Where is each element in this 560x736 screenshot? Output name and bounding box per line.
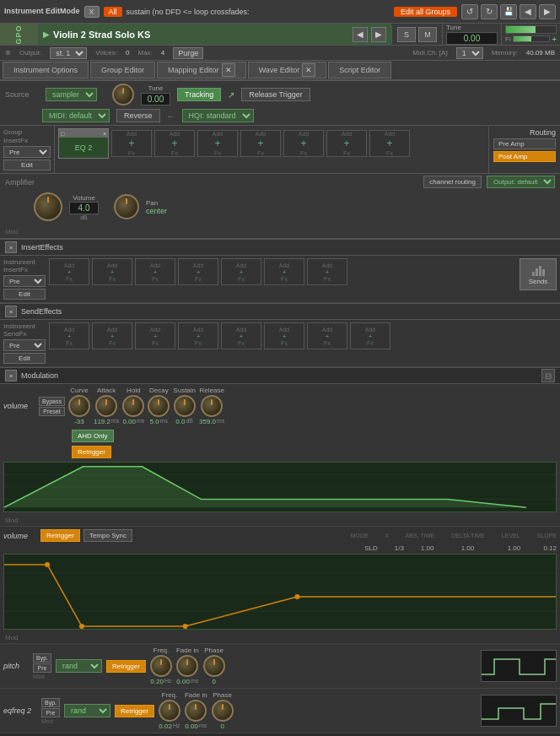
prev-icon[interactable]: ◀ [520,4,536,19]
tab-wave-editor[interactable]: Wave Editor ✕ [248,62,327,78]
inst-insertfx-slot-2[interactable]: Add+Fx [92,258,132,285]
purge-button[interactable]: Purge [173,47,203,59]
source-sampler-select[interactable]: sampler [46,88,97,101]
inst-sendfx-slot-8[interactable]: Add+Fx [350,322,390,349]
modulation-close[interactable]: × [5,370,17,382]
inst-sendfx-slot-1[interactable]: Add+Fx [49,322,89,349]
inst-sendfx-slot-2[interactable]: Add+Fx [92,322,132,349]
group-add-fx-2[interactable]: Add + Fx [154,130,195,157]
pitch-pre-button[interactable]: Pre [33,663,51,673]
inst-sendfx-slot-5[interactable]: Add+Fx [221,322,261,349]
curve-knob[interactable] [68,395,90,417]
post-amp-button[interactable]: Post Amp [493,151,556,162]
close-button[interactable]: X [84,6,100,18]
inst-insertfx-slot-1[interactable]: Add+Fx [49,258,89,285]
output-select[interactable]: st. 1 [50,47,87,59]
attack-knob[interactable] [95,395,117,417]
release-knob[interactable] [201,395,223,417]
next-icon[interactable]: ▶ [539,4,556,19]
eqfreq-freq-knob[interactable] [159,700,180,722]
midi-default-select[interactable]: MIDI: default [42,109,110,122]
eq2-close-icon[interactable]: × [103,131,106,137]
tab-group-editor[interactable]: Group Editor [90,62,155,78]
pitch-fadein-knob[interactable] [176,655,198,677]
midi-ch-select[interactable]: 1 [456,47,483,59]
inst-sendfx-pre-select[interactable]: Pre [3,339,46,351]
inst-insertfx-edit-button[interactable]: Edit [3,289,46,300]
pitch-retrigger-button[interactable]: Retrigger [106,660,146,673]
pan-knob[interactable] [114,194,139,219]
eqfreq-pre-button[interactable]: Pre [41,708,60,717]
instrument-prev-button[interactable]: ◀ [353,27,368,42]
eqfreq-retrigger-button[interactable]: Retrigger [115,705,154,717]
instrument-next-button[interactable]: ▶ [371,27,386,42]
undo-icon[interactable]: ↺ [461,4,478,19]
hqi-select[interactable]: HQI: standard [182,109,254,122]
output-default-select[interactable]: Output: default [487,176,555,188]
solo-button[interactable]: S [397,27,416,42]
add-fx-plus-4[interactable]: + [257,138,263,149]
inst-insertfx-pre-select[interactable]: Pre [3,275,46,287]
modulation-collapse-button[interactable]: ⊟ [541,369,555,382]
add-fx-plus-7[interactable]: + [386,138,392,149]
pre-amp-button[interactable]: Pre Amp [493,138,556,149]
mute-button[interactable]: M [418,27,437,42]
tab-mapping-editor[interactable]: Mapping Editor ✕ [157,62,246,78]
sustain-knob[interactable] [174,395,196,417]
group-add-fx-6[interactable]: Add + Fx [326,130,367,157]
send-effects-close[interactable]: × [5,306,17,317]
group-add-fx-7[interactable]: Add + Fx [369,130,410,157]
expand-icon[interactable]: ▶ [43,30,50,39]
pitch-type-select[interactable]: rand [56,659,102,673]
group-add-fx-1[interactable]: Add + Fx [111,130,152,157]
edit-all-groups-button[interactable]: Edit all Groups [394,7,457,17]
inst-sendfx-edit-button[interactable]: Edit [3,353,46,364]
inst-insertfx-slot-7[interactable]: Add+Fx [307,258,347,285]
save-icon[interactable]: 💾 [500,4,517,19]
volume-knob[interactable] [34,192,62,221]
add-fx-plus-1[interactable]: + [128,138,134,149]
reverse-button[interactable]: Reverse [116,109,160,122]
eqfreq-fadein-knob[interactable] [185,700,207,722]
inst-insertfx-slot-4[interactable]: Add+Fx [178,258,218,285]
pitch-bypass-button[interactable]: Byp. [33,653,51,663]
add-fx-plus-2[interactable]: + [171,138,177,149]
release-trigger-button[interactable]: Release Trigger [241,88,310,101]
channel-routing-button[interactable]: channel routing [423,176,482,188]
inst-sendfx-slot-7[interactable]: Add+Fx [307,322,347,349]
redo-icon[interactable]: ↻ [481,4,498,19]
decay-knob[interactable] [148,395,170,417]
pitch-phase-knob[interactable] [203,655,225,677]
tune-knob[interactable] [112,84,134,106]
group-pre-select[interactable]: Pre [3,146,51,158]
eqfreq-phase-knob[interactable] [212,700,234,722]
tab-script-editor[interactable]: Script Editor [328,62,391,78]
add-fx-plus-5[interactable]: + [300,138,306,149]
add-fx-plus-3[interactable]: + [214,138,220,149]
eqfreq-bypass-button[interactable]: Byp. [41,698,60,707]
lfo-retrigger-button[interactable]: Retrigger [40,529,80,542]
expand2-icon[interactable]: + [552,35,557,44]
inst-sendfx-slot-6[interactable]: Add+Fx [264,322,304,349]
pitch-freq-knob[interactable] [150,655,172,677]
inst-sendfx-slot-3[interactable]: Add+Fx [135,322,175,349]
vol-retrigger-button[interactable]: Retrigger [72,446,111,458]
tab-instrument-options[interactable]: Instrument Options [3,62,89,78]
tracking-button[interactable]: Tracking [177,88,221,101]
sends-button[interactable]: Sends [520,258,557,290]
inst-sendfx-slot-4[interactable]: Add+Fx [178,322,218,349]
ahd-only-button[interactable]: AHD Only [72,430,114,442]
vol-bypass-button[interactable]: Bypass [39,397,65,406]
inst-insertfx-slot-3[interactable]: Add+Fx [135,258,175,285]
tempo-sync-button[interactable]: Tempo Sync [83,529,132,542]
tab-mapping-close[interactable]: ✕ [222,63,235,77]
group-add-fx-4[interactable]: Add + Fx [240,130,281,157]
insert-effects-close[interactable]: × [5,241,17,253]
vol-preset-button[interactable]: Preset [39,407,65,416]
hold-knob[interactable] [122,395,144,417]
add-fx-plus-6[interactable]: + [343,138,349,149]
eq2-plugin-slot[interactable]: □ × EQ 2 [58,128,109,159]
inst-insertfx-slot-6[interactable]: Add+Fx [264,258,304,285]
group-add-fx-5[interactable]: Add + Fx [283,130,324,157]
group-add-fx-3[interactable]: Add + Fx [197,130,238,157]
